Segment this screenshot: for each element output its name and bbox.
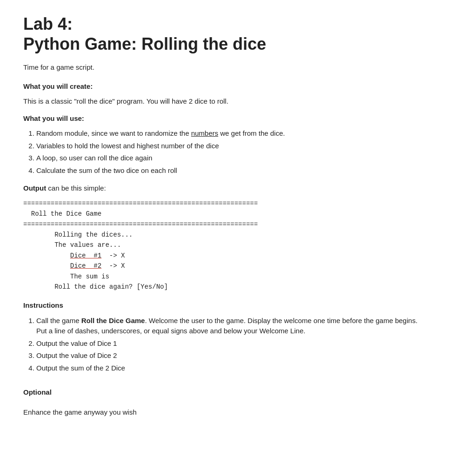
use-items-list: Random module, since we want to randomiz… (36, 128, 426, 176)
list-item: Random module, since we want to randomiz… (36, 128, 426, 139)
list-item: Variables to hold the lowest and highest… (36, 141, 426, 152)
output-bold: Output (23, 184, 46, 192)
instructions-heading: Instructions (23, 300, 426, 311)
intro-text: Time for a game script. (23, 62, 426, 73)
dice2-label: Dice #2 (70, 262, 101, 270)
what-you-will-use-heading: What you will use: (23, 113, 426, 124)
instructions-list: Call the game Roll the Dice Game. Welcom… (36, 316, 426, 374)
list-item: Calculate the sum of the two dice on eac… (36, 165, 426, 176)
instruction-item-2: Output the value of Dice 1 (36, 338, 426, 349)
output-label: Output can be this simple: (23, 183, 426, 194)
dice1-label: Dice #1 (70, 252, 101, 259)
instructions-section: Instructions Call the game Roll the Dice… (23, 300, 426, 373)
what-you-will-create-body: This is a classic "roll the dice" progra… (23, 96, 426, 107)
optional-body: Enhance the game anyway you wish (23, 407, 426, 418)
instruction-item-4: Output the sum of the 2 Dice (36, 363, 426, 374)
game-name-bold: Roll the Dice Game (81, 317, 145, 324)
code-block: ========================================… (23, 198, 426, 292)
optional-section: Optional Enhance the game anyway you wis… (23, 387, 426, 417)
list-item: A loop, so user can roll the dice again (36, 153, 426, 164)
instruction-item-1: Call the game Roll the Dice Game. Welcom… (36, 316, 426, 337)
page-title: Lab 4: Python Game: Rolling the dice (23, 14, 426, 54)
optional-heading: Optional (23, 387, 426, 398)
what-you-will-create-heading: What you will create: (23, 81, 426, 92)
underline-numbers: numbers (191, 129, 218, 137)
instruction-item-3: Output the value of Dice 2 (36, 350, 426, 361)
